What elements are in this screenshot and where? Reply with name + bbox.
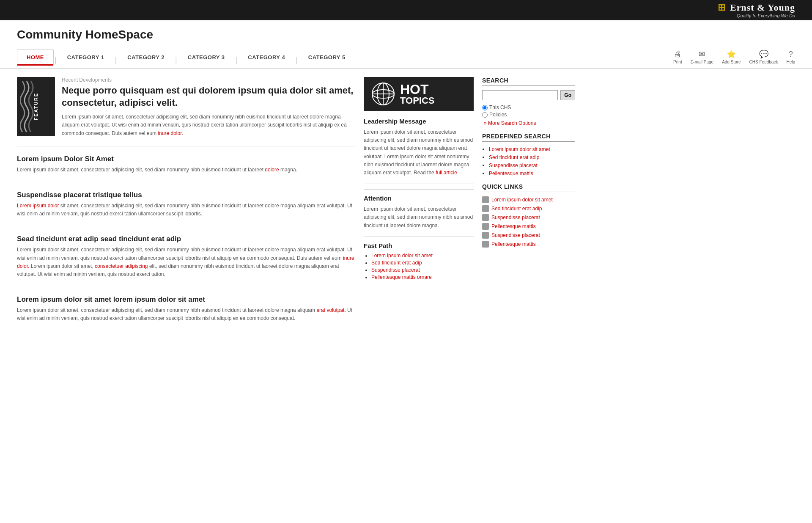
print-label: Print <box>673 60 682 64</box>
quick-link-item-5: Suspendisse placerat <box>482 232 575 239</box>
middle-divider-2 <box>364 237 474 237</box>
email-action[interactable]: ✉ E-mail Page <box>691 50 713 64</box>
quick-link-1[interactable]: Lorem ipsum dolor sit amet <box>491 197 553 203</box>
quick-link-item-6: Pellentesque mattis <box>482 241 575 248</box>
brand-name: ⊞ Ernst & Young <box>718 2 796 13</box>
tab-category1[interactable]: CATEGORY 1 <box>58 50 114 65</box>
middle-divider-1 <box>364 184 474 184</box>
predefined-item-4: Pellentesque mattis <box>489 170 575 176</box>
feature-image-label: FEATURE <box>33 93 38 120</box>
search-radio-this-chs[interactable]: This CHS <box>482 105 575 110</box>
article-4-link[interactable]: erat volutpat. <box>316 307 346 313</box>
page-title-bar: Community HomeSpace <box>0 20 812 46</box>
fast-path-link-1[interactable]: Lorem ipsum dolor sit amet <box>371 253 433 259</box>
print-icon: 🖨 <box>674 50 681 59</box>
predefined-item-3: Suspendisse placerat <box>489 162 575 168</box>
quick-link-icon-2 <box>482 205 489 212</box>
search-more-link[interactable]: » More Search Options <box>482 120 575 126</box>
feature-article: FEATURE Recent Developments Neque porro … <box>17 77 355 146</box>
fast-path-title: Fast Path <box>364 242 474 249</box>
tab-category4[interactable]: CATEGORY 4 <box>238 50 295 65</box>
brand-logo: ⊞ Ernst & Young Quality In Everything We… <box>718 2 796 18</box>
search-title: SEARCH <box>482 77 575 86</box>
nav-divider-1: | <box>54 56 58 65</box>
center-content: FEATURE Recent Developments Neque porro … <box>17 77 355 339</box>
feature-waves-svg <box>20 77 35 136</box>
chs-feedback-action[interactable]: 💬 CHS Feedback <box>749 50 778 64</box>
article-3-link2[interactable]: consectetuer adipiscing <box>95 263 148 269</box>
quick-link-icon-5 <box>482 232 489 239</box>
search-go-button[interactable]: Go <box>560 90 575 100</box>
tab-category5[interactable]: CATEGORY 5 <box>299 50 355 65</box>
tab-category3[interactable]: CATEGORY 3 <box>178 50 235 65</box>
hot-topics-box: HOT TOPICS <box>364 77 474 111</box>
fast-path-link-3[interactable]: Suspendisse placerat <box>371 267 420 273</box>
article-2-heading: Suspendisse placerat tristique tellus <box>17 191 355 199</box>
attention-section: Attention Lorem ipsum dolor sit amet, co… <box>364 189 474 230</box>
add-store-action[interactable]: ⭐ Add Store <box>722 50 741 64</box>
right-sidebar: SEARCH Go This CHS Policies » More Searc… <box>482 77 575 339</box>
fast-path-item-2: Sed tincidunt erat adip <box>371 260 474 266</box>
predefined-link-4[interactable]: Pellentesque mattis <box>489 171 533 176</box>
add-store-icon: ⭐ <box>727 50 736 59</box>
search-radio-group: This CHS Policies <box>482 105 575 118</box>
fast-path-item-4: Pellentesque mattis ornare <box>371 274 474 280</box>
nav-tabs: HOME | CATEGORY 1 | CATEGORY 2 | CATEGOR… <box>17 50 673 65</box>
quick-link-item-2: Sed tincidunt erat adip <box>482 205 575 212</box>
predefined-link-1[interactable]: Lorem ipsum dolor sit amet <box>489 146 550 152</box>
quick-link-icon-1 <box>482 196 489 203</box>
hot-word: HOT <box>400 83 435 96</box>
quick-link-item-3: Suspendisse placerat <box>482 214 575 221</box>
add-store-label: Add Store <box>722 60 741 64</box>
quick-link-item-4: Pellentesque mattis <box>482 223 575 230</box>
nav-divider-4: | <box>235 56 239 65</box>
search-input[interactable] <box>482 90 558 100</box>
top-bar: ⊞ Ernst & Young Quality In Everything We… <box>0 0 812 20</box>
feature-link[interactable]: inure dolor. <box>158 130 183 136</box>
leadership-title: Leadership Message <box>364 118 474 125</box>
search-radio-policies[interactable]: Policies <box>482 112 575 118</box>
topics-word: TOPICS <box>400 96 435 105</box>
article-4-body: Lorem ipsum dolor sit amet, consectetuer… <box>17 306 355 322</box>
article-3-heading: Sead tincidunt erat adip sead tincidunt … <box>17 235 355 243</box>
quick-link-6[interactable]: Pellentesque mattis <box>491 241 536 247</box>
quick-link-4[interactable]: Pellentesque mattis <box>491 223 536 229</box>
predefined-item-2: Sed tincidunt erat adip <box>489 154 575 160</box>
article-2-link[interactable]: Lorem ipsum dolor <box>17 203 59 209</box>
recent-dev-label: Recent Developments <box>62 77 355 83</box>
email-label: E-mail Page <box>691 60 713 64</box>
feature-text: Recent Developments Neque porro quisquam… <box>62 77 355 138</box>
article-3-body: Lorem ipsum dolor sit amet, consectetuer… <box>17 246 355 278</box>
fast-path-list: Lorem ipsum dolor sit amet Sed tincidunt… <box>364 253 474 280</box>
article-1-link[interactable]: dolore <box>265 167 279 173</box>
help-label: Help <box>786 60 795 64</box>
search-radio-this-chs-input[interactable] <box>482 105 488 110</box>
nav-actions: 🖨 Print ✉ E-mail Page ⭐ Add Store 💬 CHS … <box>673 46 795 68</box>
feature-headline: Neque porro quisquam est qui dolorem ips… <box>62 85 355 109</box>
help-action[interactable]: ? Help <box>786 50 795 64</box>
quick-link-2[interactable]: Sed tincidunt erat adip <box>491 206 542 212</box>
page-title: Community HomeSpace <box>17 28 795 41</box>
quick-link-item-1: Lorem ipsum dolor sit amet <box>482 196 575 203</box>
globe-icon <box>370 81 396 107</box>
quick-link-5[interactable]: Suspendisse placerat <box>491 232 540 238</box>
print-action[interactable]: 🖨 Print <box>673 50 682 64</box>
brand-icon: ⊞ <box>718 2 726 13</box>
fast-path-item-3: Suspendisse placerat <box>371 267 474 273</box>
leadership-body: Lorem ipsum dolor sit amet, consectetuer… <box>364 128 474 177</box>
tab-home[interactable]: HOME <box>17 50 54 66</box>
tab-category2[interactable]: CATEGORY 2 <box>118 50 174 65</box>
article-1-heading: Lorem ipsum Dolor Sit Amet <box>17 155 355 163</box>
email-icon: ✉ <box>699 50 705 59</box>
fast-path-link-4[interactable]: Pellentesque mattis ornare <box>371 274 432 280</box>
predefined-search-list: Lorem ipsum dolor sit amet Sed tincidunt… <box>482 146 575 176</box>
quick-link-3[interactable]: Suspendisse placerat <box>491 215 540 220</box>
predefined-link-2[interactable]: Sed tincidunt erat adip <box>489 154 539 160</box>
nav-divider-5: | <box>295 56 299 65</box>
leadership-section: Leadership Message Lorem ipsum dolor sit… <box>364 118 474 177</box>
predefined-link-3[interactable]: Suspendisse placerat <box>489 162 538 168</box>
fast-path-link-2[interactable]: Sed tincidunt erat adip <box>371 260 422 266</box>
leadership-link[interactable]: full article <box>436 170 457 176</box>
search-radio-policies-input[interactable] <box>482 112 488 118</box>
nav-bar: HOME | CATEGORY 1 | CATEGORY 2 | CATEGOR… <box>0 46 812 69</box>
